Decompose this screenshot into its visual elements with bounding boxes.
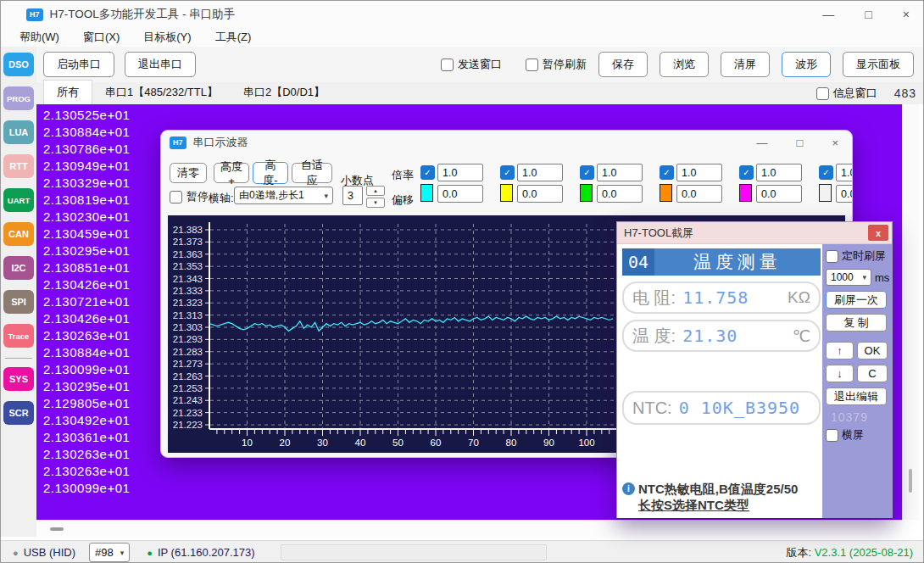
serial-tabs: 所有 串口1【485/232/TTL】 串口2【D0/D1】 信息窗口 483 [36, 82, 924, 104]
menu-window[interactable]: 窗口(X) [71, 30, 131, 45]
horizontal-scrollbar-thumb[interactable] [50, 527, 64, 531]
menu-tools[interactable]: 工具(Z) [203, 30, 264, 45]
capture-control-panel: 定时刷屏 1000 ▾ ms 刷屏一次 复 制 ↑ OK ↓ C 退出编辑 10… [822, 244, 892, 518]
sidebar-item-uart[interactable]: UART [3, 188, 34, 212]
channel-4-enable-checkbox[interactable]: ✓ [660, 165, 674, 180]
vertical-scrollbar[interactable] [902, 104, 919, 520]
channel-2-color-swatch[interactable] [500, 184, 513, 202]
channel-2-scale-input[interactable]: 1.0 [517, 164, 563, 181]
height-plus-button[interactable]: 高度+ [214, 163, 249, 183]
channel-3-enable-checkbox[interactable]: ✓ [580, 165, 594, 180]
pause-refresh-checkbox[interactable]: 暂停刷新 [526, 57, 587, 72]
tab-all[interactable]: 所有 [43, 80, 92, 104]
down-arrow-button[interactable]: ↓ [826, 365, 854, 382]
capture-close-icon[interactable]: x [868, 225, 888, 241]
sidebar-item-prog[interactable]: PROG [3, 86, 34, 110]
svg-text:21.343: 21.343 [173, 274, 203, 284]
info-icon: i [622, 482, 635, 495]
info-window-checkbox-box[interactable] [816, 87, 829, 100]
pause-refresh-checkbox-box[interactable] [526, 59, 538, 71]
horizontal-scrollbar[interactable] [36, 520, 902, 538]
channel-6-offset-input[interactable]: 0.0 [836, 185, 853, 203]
channel-5-scale-input[interactable]: 1.0 [756, 164, 802, 181]
sidebar-item-lua[interactable]: LUA [3, 120, 34, 144]
temperature-value: 21.30 [682, 326, 738, 346]
show-panel-button[interactable]: 显示面板 [843, 52, 914, 77]
port-select[interactable]: #98 ▾ [89, 543, 130, 562]
refresh-once-button[interactable]: 刷屏一次 [826, 291, 887, 309]
channel-3-color-swatch[interactable] [580, 184, 593, 202]
c-button[interactable]: C [857, 365, 888, 382]
clear-screen-button[interactable]: 清屏 [721, 52, 770, 77]
copy-button[interactable]: 复 制 [826, 314, 887, 332]
info-window-checkbox[interactable]: 信息窗口 [816, 86, 877, 101]
exit-edit-button[interactable]: 退出编辑 [826, 387, 887, 405]
sidebar-item-rtt[interactable]: RTT [3, 154, 34, 178]
channel-4-scale-input[interactable]: 1.0 [676, 164, 722, 181]
save-button[interactable]: 保存 [598, 52, 648, 77]
channel-2-offset-input[interactable]: 0.0 [517, 185, 563, 203]
send-window-checkbox[interactable]: 发送窗口 [441, 57, 502, 72]
landscape-checkbox-box[interactable] [826, 429, 838, 442]
tab-serial1[interactable]: 串口1【485/232/TTL】 [92, 81, 231, 104]
osc-maximize-icon[interactable]: □ [797, 137, 804, 149]
sidebar-item-spi[interactable]: SPI [3, 290, 34, 314]
channel-1-scale-input[interactable]: 1.0 [437, 164, 483, 181]
up-arrow-button[interactable]: ↑ [826, 342, 854, 360]
sidebar-item-dso[interactable]: DSO [3, 53, 34, 76]
sidebar-item-can[interactable]: CAN [3, 222, 34, 246]
timer-refresh-checkbox[interactable]: 定时刷屏 [826, 248, 888, 264]
decimal-spinner[interactable]: 3 [342, 186, 363, 205]
osc-minimize-icon[interactable]: — [757, 137, 768, 149]
close-icon[interactable]: × [903, 8, 910, 21]
channel-6-scale-input[interactable]: 1.0 [836, 164, 853, 181]
channel-5-color-swatch[interactable] [739, 184, 752, 202]
channel-2-enable-checkbox[interactable]: ✓ [500, 165, 515, 180]
tab-serial2[interactable]: 串口2【D0/D1】 [231, 81, 337, 104]
channel-1-offset-input[interactable]: 0.0 [437, 185, 483, 203]
menu-help[interactable]: 帮助(W) [8, 30, 71, 45]
landscape-checkbox[interactable]: 横屏 [826, 427, 888, 443]
spin-up-icon[interactable]: ▲ [366, 186, 385, 196]
channel-5-offset-input[interactable]: 0.0 [756, 185, 802, 203]
channel-6-enable-checkbox[interactable]: ✓ [819, 165, 833, 180]
clear-zero-button[interactable]: 清零 [170, 163, 207, 183]
spin-down-icon[interactable]: ▼ [366, 198, 385, 208]
channel-1-enable-checkbox[interactable]: ✓ [420, 165, 435, 180]
x-axis-mode-select[interactable]: 由0递增,步长1 ▾ [234, 187, 333, 204]
channel-3-scale-input[interactable]: 1.0 [597, 164, 643, 181]
svg-text:100: 100 [578, 438, 594, 448]
wave-button[interactable]: 波形 [782, 52, 831, 77]
sidebar-item-sys[interactable]: SYS [3, 367, 34, 391]
channel-5-enable-checkbox[interactable]: ✓ [739, 165, 754, 180]
channel-6-color-swatch[interactable] [819, 184, 832, 202]
browse-button[interactable]: 浏览 [660, 52, 709, 77]
data-list-value: 2.130525e+01 [43, 107, 130, 124]
osc-close-icon[interactable]: × [832, 137, 838, 149]
sidebar-item-i2c[interactable]: I2C [3, 256, 34, 280]
maximize-icon[interactable]: □ [865, 8, 871, 21]
osc-pause-checkbox-box[interactable] [170, 191, 182, 203]
channel-4-offset-input[interactable]: 0.0 [676, 185, 722, 203]
sidebar-item-trace[interactable]: Trace [3, 324, 34, 348]
interval-select[interactable]: 1000 ▾ [826, 269, 871, 286]
capture-title-bar[interactable]: H7-TOOL截屏 x [617, 222, 892, 244]
vertical-scrollbar-thumb[interactable] [909, 469, 912, 493]
osc-pause-checkbox[interactable]: 暂停 [170, 189, 209, 204]
send-window-checkbox-box[interactable] [441, 59, 454, 71]
menu-target-board[interactable]: 目标板(Y) [131, 30, 203, 45]
start-serial-button[interactable]: 启动串口 [43, 52, 114, 77]
timer-refresh-checkbox-box[interactable] [826, 250, 838, 263]
auto-fit-button[interactable]: 自适应 [292, 163, 332, 183]
scale-label: 倍率 [392, 168, 414, 183]
height-minus-button[interactable]: 高度- [253, 162, 288, 184]
ok-button[interactable]: OK [857, 342, 888, 360]
channel-4-color-swatch[interactable] [660, 184, 672, 202]
channel-3-offset-input[interactable]: 0.0 [597, 185, 643, 203]
minimize-icon[interactable]: — [822, 8, 834, 21]
oscilloscope-title-bar[interactable]: H7 串口示波器 — □ × [161, 131, 852, 154]
svg-text:20: 20 [280, 438, 291, 448]
sidebar-item-scr[interactable]: SCR [3, 401, 34, 425]
channel-1-color-swatch[interactable] [420, 184, 433, 202]
exit-serial-button[interactable]: 退出串口 [125, 52, 196, 77]
